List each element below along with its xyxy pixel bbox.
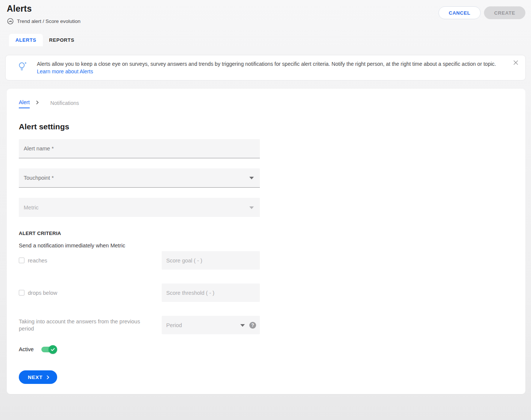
- active-toggle[interactable]: [41, 346, 56, 353]
- close-icon[interactable]: [512, 59, 519, 67]
- next-button[interactable]: NEXT: [19, 370, 57, 384]
- chevron-down-icon: [240, 324, 245, 327]
- page-header: Alerts Trend alert / Score evolution CAN…: [0, 0, 531, 25]
- drops-below-checkbox[interactable]: [19, 290, 24, 296]
- score-threshold-input[interactable]: [162, 284, 260, 302]
- form-heading: Alert settings: [19, 122, 513, 131]
- active-label: Active: [19, 346, 34, 352]
- active-row: Active: [19, 344, 513, 354]
- help-icon[interactable]: ?: [249, 322, 256, 329]
- tab-reports[interactable]: REPORTS: [43, 34, 81, 46]
- score-goal-input[interactable]: [162, 251, 260, 270]
- breadcrumb-label: Trend alert / Score evolution: [17, 18, 80, 24]
- period-placeholder: Period: [166, 322, 182, 328]
- touchpoint-select[interactable]: Touchpoint *: [19, 168, 260, 188]
- period-select[interactable]: Period ?: [162, 316, 260, 334]
- criteria-row-reaches: reaches: [19, 251, 513, 270]
- lightbulb-idea-icon: [18, 61, 27, 73]
- criteria-row-period: Taking into account the answers from the…: [19, 316, 513, 334]
- reaches-checkbox[interactable]: [19, 258, 24, 263]
- touchpoint-label: Touchpoint *: [24, 175, 54, 181]
- tab-alerts[interactable]: ALERTS: [9, 34, 43, 46]
- criteria-left: Taking into account the answers from the…: [19, 318, 162, 332]
- learn-more-link[interactable]: Learn more about Alerts: [37, 68, 93, 75]
- next-label: NEXT: [28, 375, 42, 380]
- gauge-icon: [7, 18, 14, 25]
- drops-below-label: drops below: [28, 290, 57, 296]
- step-alert[interactable]: Alert: [19, 99, 30, 108]
- step-notifications[interactable]: Notifications: [50, 100, 79, 106]
- cancel-button[interactable]: CANCEL: [438, 6, 481, 19]
- check-icon: [50, 347, 55, 352]
- chevron-right-icon: [46, 375, 50, 380]
- metric-label: Metric: [24, 205, 38, 211]
- reaches-label: reaches: [28, 258, 47, 264]
- banner-message: Alerts allow you to keep a close eye on …: [37, 60, 496, 68]
- toggle-thumb: [49, 345, 57, 354]
- wizard-steps: Alert Notifications: [19, 99, 513, 108]
- alert-name-input[interactable]: [19, 139, 260, 158]
- criteria-intro: Send a notification immediately when Met…: [19, 243, 513, 249]
- criteria-left: drops below: [19, 290, 162, 296]
- period-row-label: Taking into account the answers from the…: [19, 318, 155, 332]
- create-button[interactable]: CREATE: [484, 6, 525, 19]
- alert-form-card: Alert Notifications Alert settings Touch…: [7, 89, 525, 394]
- chevron-right-icon: [35, 100, 40, 106]
- criteria-row-drops-below: drops below: [19, 284, 513, 302]
- header-actions: CANCEL CREATE: [438, 6, 525, 19]
- chevron-down-icon: [249, 206, 254, 209]
- criteria-left: reaches: [19, 258, 162, 264]
- banner-text: Alerts allow you to keep a close eye on …: [37, 60, 496, 75]
- info-banner: Alerts allow you to keep a close eye on …: [5, 55, 526, 80]
- main-tabs: ALERTS REPORTS: [9, 34, 531, 46]
- metric-select[interactable]: Metric: [19, 198, 260, 217]
- chevron-down-icon: [249, 177, 254, 179]
- alerts-page: Alerts Trend alert / Score evolution CAN…: [0, 0, 531, 420]
- criteria-heading: ALERT CRITERIA: [19, 230, 513, 236]
